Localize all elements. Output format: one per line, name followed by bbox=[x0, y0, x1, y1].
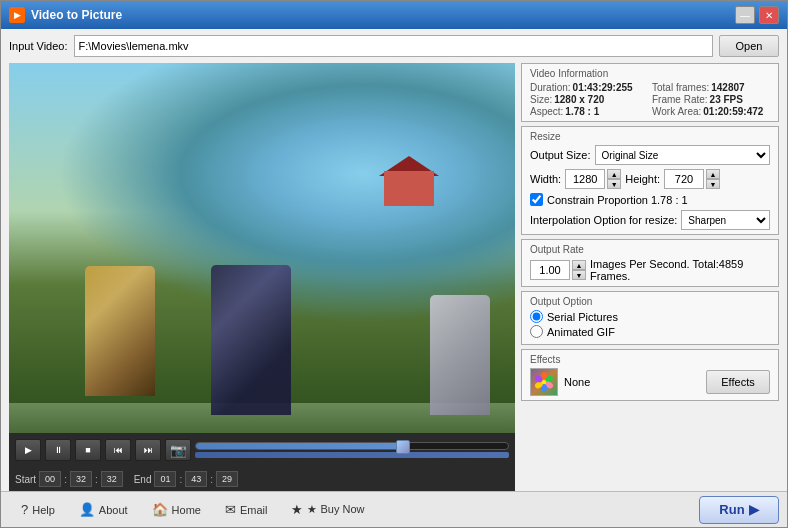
height-up-btn[interactable]: ▲ bbox=[706, 169, 720, 179]
home-nav[interactable]: 🏠 Home bbox=[140, 492, 213, 527]
output-size-row: Output Size: Original Size bbox=[530, 145, 770, 165]
duration-value: 01:43:29:255 bbox=[573, 82, 633, 93]
output-size-select[interactable]: Original Size bbox=[595, 145, 770, 165]
effects-group: Effects bbox=[521, 349, 779, 401]
interp-row: Interpolation Option for resize: Sharpen bbox=[530, 210, 770, 230]
output-rate-group: Output Rate ▲ ▼ Images Per Second. Total… bbox=[521, 239, 779, 287]
progress-area bbox=[195, 442, 509, 458]
end-label: End bbox=[134, 474, 152, 485]
serial-pictures-radio[interactable] bbox=[530, 310, 543, 323]
effect-preview-icon bbox=[530, 368, 558, 396]
controls-bar: ▶ ⏸ ■ ⏮ ⏭ 📷 bbox=[9, 433, 515, 467]
start-minutes[interactable] bbox=[70, 471, 92, 487]
aspect-label: Aspect: bbox=[530, 106, 563, 117]
about-nav[interactable]: 👤 About bbox=[67, 492, 140, 527]
width-input[interactable] bbox=[565, 169, 605, 189]
resize-group: Resize Output Size: Original Size Width:… bbox=[521, 126, 779, 235]
main-area: ▶ ⏸ ■ ⏮ ⏭ 📷 bbox=[9, 63, 779, 491]
effects-row: None Effects bbox=[530, 368, 770, 396]
duration-label: Duration: bbox=[530, 82, 571, 93]
output-option-group: Output Option Serial Pictures Animated G… bbox=[521, 291, 779, 345]
input-video-label: Input Video: bbox=[9, 40, 68, 52]
screenshot-button[interactable]: 📷 bbox=[165, 439, 191, 461]
aspect-row: Aspect: 1.78 : 1 bbox=[530, 106, 648, 117]
buy-label: ★ Buy Now bbox=[307, 503, 364, 516]
total-frames-label: Total frames: bbox=[652, 82, 709, 93]
end-seconds[interactable] bbox=[216, 471, 238, 487]
height-input[interactable] bbox=[664, 169, 704, 189]
help-label: Help bbox=[32, 504, 55, 516]
open-button[interactable]: Open bbox=[719, 35, 779, 57]
width-label: Width: bbox=[530, 173, 561, 185]
pause-button[interactable]: ⏸ bbox=[45, 439, 71, 461]
total-frames-value: 142807 bbox=[711, 82, 744, 93]
app-icon: ▶ bbox=[9, 7, 25, 23]
buy-nav[interactable]: ★ ★ Buy Now bbox=[279, 492, 376, 527]
home-label: Home bbox=[172, 504, 201, 516]
frame-rate-row: Frame Rate: 23 FPS bbox=[652, 94, 770, 105]
width-down-btn[interactable]: ▼ bbox=[607, 179, 621, 189]
start-seconds[interactable] bbox=[101, 471, 123, 487]
rate-down-btn[interactable]: ▼ bbox=[572, 270, 586, 280]
rate-up-btn[interactable]: ▲ bbox=[572, 260, 586, 270]
start-hours[interactable] bbox=[39, 471, 61, 487]
run-label: Run bbox=[719, 502, 744, 517]
interp-select[interactable]: Sharpen bbox=[681, 210, 770, 230]
time-row: Start : : End : : bbox=[9, 467, 515, 491]
title-buttons: — ✕ bbox=[735, 6, 779, 24]
close-button[interactable]: ✕ bbox=[759, 6, 779, 24]
video-info-group: Video Information Duration: 01:43:29:255… bbox=[521, 63, 779, 122]
play-button[interactable]: ▶ bbox=[15, 439, 41, 461]
work-area-row: Work Area: 01:20:59:472 bbox=[652, 106, 770, 117]
start-label: Start bbox=[15, 474, 36, 485]
input-video-path[interactable] bbox=[74, 35, 713, 57]
email-icon: ✉ bbox=[225, 502, 236, 517]
rate-input[interactable] bbox=[530, 260, 570, 280]
help-nav[interactable]: ? Help bbox=[9, 492, 67, 527]
star-icon: ★ bbox=[291, 502, 303, 517]
bottom-bar: ? Help 👤 About 🏠 Home ✉ Email ★ ★ Buy No… bbox=[1, 491, 787, 527]
end-hours[interactable] bbox=[154, 471, 176, 487]
height-label: Height: bbox=[625, 173, 660, 185]
frame-rate-label: Frame Rate: bbox=[652, 94, 708, 105]
left-panel: ▶ ⏸ ■ ⏮ ⏭ 📷 bbox=[9, 63, 515, 491]
animated-gif-row: Animated GIF bbox=[530, 325, 770, 338]
constrain-label: Constrain Proportion 1.78 : 1 bbox=[547, 194, 688, 206]
height-down-btn[interactable]: ▼ bbox=[706, 179, 720, 189]
effects-button[interactable]: Effects bbox=[706, 370, 770, 394]
prev-button[interactable]: ⏮ bbox=[105, 439, 131, 461]
rate-row: ▲ ▼ Images Per Second. Total:4859 Frames… bbox=[530, 258, 770, 282]
minimize-button[interactable]: — bbox=[735, 6, 755, 24]
aspect-value: 1.78 : 1 bbox=[565, 106, 599, 117]
stop-button[interactable]: ■ bbox=[75, 439, 101, 461]
size-row: Size: 1280 x 720 bbox=[530, 94, 648, 105]
frame-rate-value: 23 FPS bbox=[710, 94, 743, 105]
interp-label: Interpolation Option for resize: bbox=[530, 214, 677, 226]
rate-spinner: ▲ ▼ bbox=[530, 260, 586, 280]
end-minutes[interactable] bbox=[185, 471, 207, 487]
video-info-grid: Duration: 01:43:29:255 Total frames: 142… bbox=[530, 82, 770, 117]
animated-gif-radio[interactable] bbox=[530, 325, 543, 338]
character-2 bbox=[211, 265, 291, 415]
about-icon: 👤 bbox=[79, 502, 95, 517]
work-area-value: 01:20:59:472 bbox=[703, 106, 763, 117]
title-bar: ▶ Video to Picture — ✕ bbox=[1, 1, 787, 29]
output-option-title: Output Option bbox=[530, 296, 770, 307]
seek-bar[interactable] bbox=[195, 442, 509, 450]
height-spinner: ▲ ▼ bbox=[664, 169, 720, 189]
next-button[interactable]: ⏭ bbox=[135, 439, 161, 461]
character-3 bbox=[430, 295, 490, 415]
rate-description: Images Per Second. Total:4859 Frames. bbox=[590, 258, 770, 282]
width-up-btn[interactable]: ▲ bbox=[607, 169, 621, 179]
constrain-checkbox[interactable] bbox=[530, 193, 543, 206]
duration-row: Duration: 01:43:29:255 bbox=[530, 82, 648, 93]
run-btn-area: Run ▶ bbox=[699, 496, 779, 524]
video-display bbox=[9, 63, 515, 433]
about-label: About bbox=[99, 504, 128, 516]
effects-title: Effects bbox=[530, 354, 770, 365]
content-area: Input Video: Open bbox=[1, 29, 787, 491]
dimensions-row: Width: ▲ ▼ Height: ▲ bbox=[530, 169, 770, 189]
run-button[interactable]: Run ▶ bbox=[699, 496, 779, 524]
email-nav[interactable]: ✉ Email bbox=[213, 492, 280, 527]
seek-thumb[interactable] bbox=[396, 440, 410, 454]
